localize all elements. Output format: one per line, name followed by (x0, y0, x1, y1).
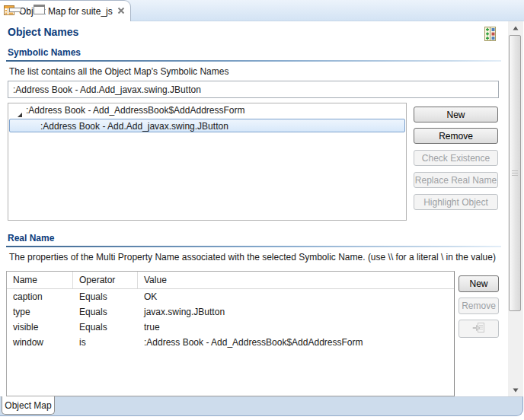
property-operator: Equals (73, 289, 138, 304)
window-controls (0, 0, 53, 21)
object-map-editor: Object Map for suite_js Object Names Sym… (0, 0, 524, 420)
property-value: javax.swing.JButton (138, 304, 454, 320)
maximize-icon[interactable] (34, 5, 45, 14)
symbolic-names-tree[interactable]: :Address Book - Add_AddressBook$AddAddre… (8, 103, 407, 221)
real-name-heading: Real Name (8, 233, 54, 243)
new-symbolic-name-button[interactable]: New (414, 107, 498, 123)
section-rule (6, 246, 501, 247)
table-row[interactable]: type Equals javax.swing.JButton (7, 304, 454, 320)
paste-real-name-icon (472, 322, 485, 336)
paste-real-name-button[interactable] (458, 320, 499, 338)
column-header-name[interactable]: Name (7, 272, 73, 288)
scroll-up-icon[interactable] (508, 21, 523, 34)
symbolic-names-description: The list contains all the Object Map's S… (9, 66, 228, 77)
real-name-properties-table[interactable]: Name Operator Value caption Equals OK ty… (6, 271, 455, 396)
bottom-tab-strip (0, 396, 523, 416)
table-header-row: Name Operator Value (7, 272, 454, 289)
editor-tabbar: Object Map for suite_js (0, 0, 524, 21)
view-toggle-grid-icon[interactable] (484, 27, 496, 43)
property-value: true (138, 320, 454, 335)
close-icon[interactable] (117, 6, 125, 17)
bottom-tab-label: Object Map (5, 400, 51, 411)
table-row[interactable]: caption Equals OK (7, 289, 454, 304)
property-name: caption (7, 289, 73, 304)
property-name: visible (7, 320, 73, 335)
symbolic-name-filter-input[interactable] (8, 81, 499, 98)
page-title: Object Names (8, 26, 78, 38)
property-operator: Equals (73, 304, 138, 320)
scrollbar-thumb[interactable] (509, 35, 521, 311)
column-header-value[interactable]: Value (138, 272, 454, 288)
property-value: OK (138, 289, 454, 304)
check-existence-button[interactable]: Check Existence (414, 150, 498, 166)
tree-item-label: :Address Book - Add_AddressBook$AddAddre… (26, 105, 244, 116)
tree-item-label: :Address Book - Add.Add_javax.swing.JBut… (40, 121, 228, 132)
property-operator: is (73, 335, 138, 350)
real-name-description: The properties of the Multi Property Nam… (9, 252, 496, 262)
replace-real-name-button[interactable]: Replace Real Name (414, 172, 498, 188)
new-property-button[interactable]: New (458, 275, 499, 292)
highlight-object-button[interactable]: Highlight Object (414, 194, 498, 210)
vertical-scrollbar[interactable] (508, 21, 523, 396)
section-rule (6, 60, 501, 62)
remove-property-button[interactable]: Remove (458, 298, 499, 314)
property-value: :Address Book - Add_AddressBook$AddAddre… (138, 335, 454, 350)
table-row[interactable]: visible Equals true (7, 320, 454, 335)
tree-item-selected[interactable]: :Address Book - Add.Add_javax.swing.JBut… (9, 119, 405, 132)
table-row[interactable]: window is :Address Book - Add_AddressBoo… (7, 335, 454, 350)
tree-item-parent[interactable]: :Address Book - Add_AddressBook$AddAddre… (8, 103, 406, 118)
remove-symbolic-name-button[interactable]: Remove (414, 128, 498, 144)
column-header-operator[interactable]: Operator (73, 272, 138, 288)
scroll-down-icon[interactable] (508, 383, 523, 396)
property-name: type (7, 304, 73, 320)
tab-object-map-page[interactable]: Object Map (2, 396, 55, 415)
property-operator: Equals (73, 320, 138, 335)
thumb-grip (512, 170, 518, 176)
symbolic-names-heading: Symbolic Names (8, 47, 81, 58)
property-name: window (7, 335, 73, 350)
minimize-icon[interactable] (9, 8, 21, 12)
